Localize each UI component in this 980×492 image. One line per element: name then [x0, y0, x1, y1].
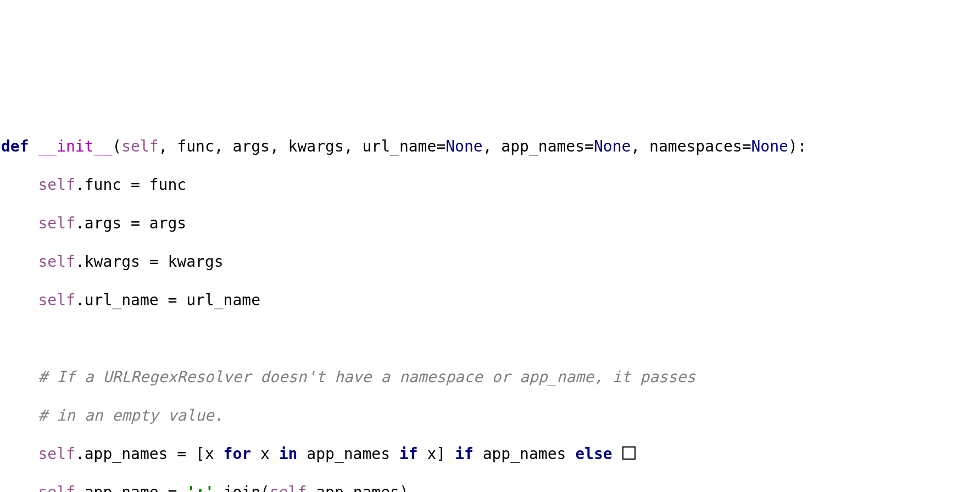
comment: # If a URLRegexResolver doesn't have a n… [38, 368, 695, 386]
param-self: self [121, 137, 158, 155]
comment: # in an empty value. [38, 406, 223, 424]
function-name: __init__ [38, 137, 112, 155]
code-line[interactable]: self.kwargs = kwargs [1, 252, 980, 271]
code-line[interactable]: # If a URLRegexResolver doesn't have a n… [1, 367, 980, 387]
empty-list-glyph [622, 446, 636, 460]
code-line[interactable]: def __init__(self, func, args, kwargs, u… [1, 137, 980, 156]
code-editor[interactable]: def __init__(self, func, args, kwargs, u… [0, 96, 980, 492]
keyword-def: def [1, 137, 29, 155]
code-line[interactable]: self.args = args [1, 214, 980, 233]
code-line[interactable]: self.app_names = [x for x in app_names i… [1, 444, 980, 463]
code-line[interactable]: self.app_name = ':'.join(self.app_names) [1, 483, 980, 492]
blank-line[interactable] [1, 329, 980, 348]
code-line[interactable]: # in an empty value. [1, 406, 980, 425]
code-line[interactable]: self.url_name = url_name [1, 290, 980, 310]
code-line[interactable]: self.func = func [1, 175, 980, 194]
